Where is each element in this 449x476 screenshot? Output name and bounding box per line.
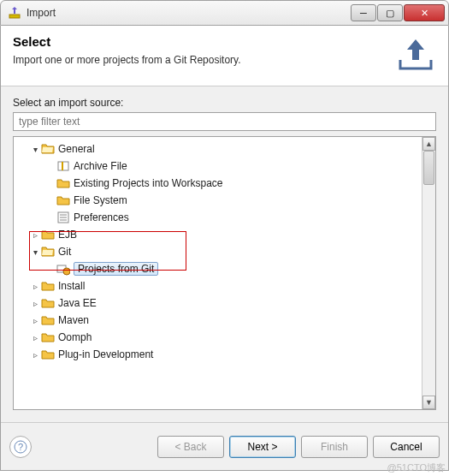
help-icon: ? xyxy=(14,440,27,454)
expand-icon[interactable]: ▹ xyxy=(29,350,41,360)
folder-icon xyxy=(41,228,55,241)
tree-node-general[interactable]: ▾ General xyxy=(15,140,420,158)
projects-icon xyxy=(56,176,70,190)
folder-icon xyxy=(41,348,55,361)
tree-node-archive-file[interactable]: ▸ Archive File xyxy=(15,158,420,175)
preferences-icon xyxy=(56,211,70,224)
tree-viewport[interactable]: ▾ General ▸ Archive File ▸ Existing Proj… xyxy=(14,137,422,409)
git-project-icon xyxy=(56,262,70,276)
window-controls: ─ ▢ ✕ xyxy=(351,4,445,21)
next-button[interactable]: Next > xyxy=(229,436,296,458)
dialog-content: Select Import one or more projects from … xyxy=(0,26,449,471)
import-tree: ▾ General ▸ Archive File ▸ Existing Proj… xyxy=(13,136,436,410)
tree-scrollbar[interactable]: ▲ ▼ xyxy=(422,137,435,409)
svg-rect-0 xyxy=(9,15,20,18)
import-banner-icon xyxy=(395,34,436,75)
tree-node-install[interactable]: ▹ Install xyxy=(15,277,420,295)
folder-icon xyxy=(56,193,70,207)
expand-icon[interactable]: ▾ xyxy=(29,247,41,257)
tree-label: Preferences xyxy=(74,211,129,223)
tree-label: Maven xyxy=(58,314,89,326)
folder-icon xyxy=(41,279,55,293)
folder-icon xyxy=(41,296,55,310)
minimize-button[interactable]: ─ xyxy=(351,4,376,21)
close-button[interactable]: ✕ xyxy=(404,4,445,21)
tree-label: Existing Projects into Workspace xyxy=(74,177,223,189)
tree-label: Plug-in Development xyxy=(58,348,153,360)
filter-input[interactable] xyxy=(13,112,436,131)
tree-node-plugin-dev[interactable]: ▹ Plug-in Development xyxy=(15,346,420,363)
expand-icon[interactable]: ▹ xyxy=(29,299,41,308)
tree-label: Archive File xyxy=(74,160,127,172)
tree-label: General xyxy=(58,143,95,155)
wizard-footer: ? < Back Next > Finish Cancel xyxy=(1,422,448,470)
watermark: @51CTO博客 xyxy=(387,461,446,474)
expand-icon[interactable]: ▹ xyxy=(29,333,41,342)
tree-node-ejb[interactable]: ▹ EJB xyxy=(15,226,420,243)
expand-icon[interactable]: ▹ xyxy=(29,230,41,240)
tree-node-projects-from-git[interactable]: ▸ Projects from Git xyxy=(15,260,420,277)
folder-icon xyxy=(41,313,55,327)
maximize-button[interactable]: ▢ xyxy=(377,4,403,21)
tree-label: Install xyxy=(58,280,85,292)
tree-label: Java EE xyxy=(58,297,97,309)
help-button[interactable]: ? xyxy=(9,436,32,458)
tree-node-existing-projects[interactable]: ▸ Existing Projects into Workspace xyxy=(15,175,420,192)
expand-icon[interactable]: ▹ xyxy=(29,282,41,291)
folder-icon xyxy=(41,330,55,344)
finish-button[interactable]: Finish xyxy=(301,436,368,458)
tree-node-javaee[interactable]: ▹ Java EE xyxy=(15,295,420,312)
page-title: Select xyxy=(13,34,395,49)
import-icon xyxy=(8,6,21,20)
tree-node-file-system[interactable]: ▸ File System xyxy=(15,192,420,209)
svg-text:?: ? xyxy=(18,442,23,452)
tree-label: EJB xyxy=(58,229,77,241)
page-description: Import one or more projects from a Git R… xyxy=(13,54,395,66)
scroll-down-button[interactable]: ▼ xyxy=(422,396,435,409)
folder-open-icon xyxy=(41,142,55,156)
wizard-header: Select Import one or more projects from … xyxy=(1,26,448,86)
scroll-thumb[interactable] xyxy=(423,151,434,185)
tree-label: File System xyxy=(74,194,127,206)
wizard-body: Select an import source: ▾ General ▸ Arc… xyxy=(1,86,448,422)
folder-open-icon xyxy=(41,245,55,259)
cancel-button[interactable]: Cancel xyxy=(373,436,440,458)
svg-rect-2 xyxy=(62,162,63,170)
archive-icon xyxy=(56,159,70,173)
tree-node-oomph[interactable]: ▹ Oomph xyxy=(15,329,420,346)
tree-label: Oomph xyxy=(58,331,92,343)
tree-node-git[interactable]: ▾ Git xyxy=(15,243,420,260)
window-title: Import xyxy=(27,7,351,19)
expand-icon[interactable]: ▹ xyxy=(29,316,41,325)
tree-node-maven[interactable]: ▹ Maven xyxy=(15,312,420,329)
tree-label: Git xyxy=(58,246,71,258)
back-button[interactable]: < Back xyxy=(157,436,224,458)
svg-point-5 xyxy=(63,268,70,275)
filter-label: Select an import source: xyxy=(13,97,436,109)
tree-label: Projects from Git xyxy=(74,262,158,276)
title-bar: Import ─ ▢ ✕ xyxy=(0,0,449,26)
tree-node-preferences[interactable]: ▸ Preferences xyxy=(15,209,420,226)
expand-icon[interactable]: ▾ xyxy=(29,145,41,154)
scroll-up-button[interactable]: ▲ xyxy=(422,137,435,151)
